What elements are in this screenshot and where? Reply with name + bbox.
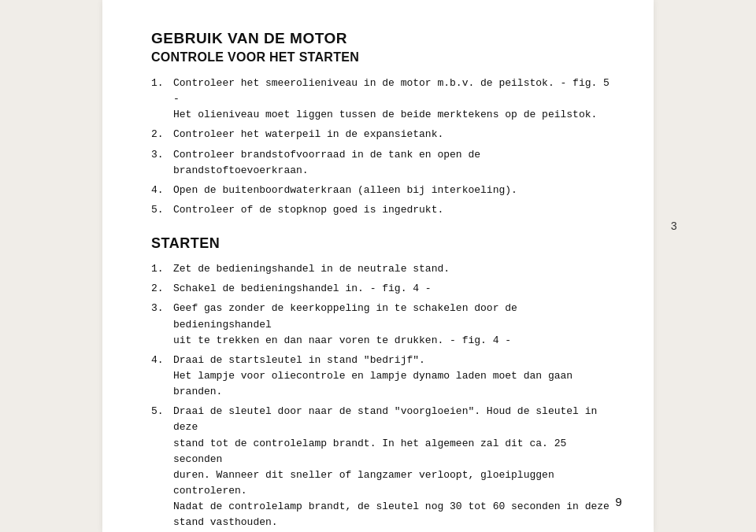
item-line: Het lampje voor oliecontrole en lampje d…: [173, 368, 613, 400]
item-line: Draai de startsleutel in stand "bedrijf"…: [173, 353, 613, 368]
side-number: 3: [671, 220, 677, 233]
item-text: Controleer het smeerolieniveau in de mot…: [173, 76, 613, 123]
starten-item: 1.Zet de bedieningshandel in de neutrale…: [151, 261, 613, 277]
item-line: stand tot de controlelamp brandt. In het…: [173, 436, 613, 467]
starten-title: STARTEN: [151, 235, 613, 252]
item-text: Draai de sleutel door naar de stand "voo…: [173, 404, 613, 532]
main-title: GEBRUIK VAN DE MOTOR: [151, 30, 613, 47]
item-line: Draai de sleutel door naar de stand "voo…: [173, 404, 613, 435]
item-line: uit te trekken en dan naar voren te druk…: [173, 333, 613, 349]
item-line: Nadat de controlelamp brandt, de sleutel…: [173, 499, 613, 515]
item-line: Geef gas zonder de keerkoppeling in te s…: [173, 301, 613, 332]
item-text: Controleer het waterpeil in de expansiet…: [173, 127, 613, 142]
page-number: 9: [615, 497, 622, 510]
sub-title: CONTROLE VOOR HET STARTEN: [151, 50, 613, 65]
item-number: 4.: [151, 183, 173, 198]
controle-item: 1.Controleer het smeerolieniveau in de m…: [151, 76, 613, 123]
item-line: Zet de bedieningshandel in de neutrale s…: [173, 261, 613, 277]
item-text: Draai de startsleutel in stand "bedrijf"…: [173, 353, 613, 400]
item-number: 4.: [151, 353, 173, 368]
starten-item: 3.Geef gas zonder de keerkoppeling in te…: [151, 301, 613, 348]
starten-section: 1.Zet de bedieningshandel in de neutrale…: [151, 261, 613, 532]
starten-item: 2.Schakel de bedieningshandel in. - fig.…: [151, 281, 613, 297]
item-line: stand vasthouden.: [173, 515, 613, 530]
item-text: Controleer of de stopknop goed is ingedr…: [173, 202, 613, 218]
controle-item: 4.Open de buitenboordwaterkraan (alleen …: [151, 183, 613, 198]
item-number: 1.: [151, 76, 173, 91]
item-number: 3.: [151, 301, 173, 316]
item-number: 1.: [151, 261, 173, 277]
controle-section: 1.Controleer het smeerolieniveau in de m…: [151, 76, 613, 218]
controle-item: 3.Controleer brandstofvoorraad in de tan…: [151, 147, 613, 179]
item-number: 2.: [151, 281, 173, 297]
item-number: 5.: [151, 404, 173, 419]
item-number: 3.: [151, 147, 173, 163]
page-container: GEBRUIK VAN DE MOTOR CONTROLE VOOR HET S…: [102, 0, 654, 532]
item-number: 2.: [151, 127, 173, 142]
controle-item: 5.Controleer of de stopknop goed is inge…: [151, 202, 613, 218]
item-line: Schakel de bedieningshandel in. - fig. 4…: [173, 281, 613, 297]
item-number: 5.: [151, 202, 173, 218]
item-text: Geef gas zonder de keerkoppeling in te s…: [173, 301, 613, 348]
item-line: duren. Wanneer dit sneller of langzamer …: [173, 467, 613, 499]
starten-item: 5.Draai de sleutel door naar de stand "v…: [151, 404, 613, 532]
item-text: Zet de bedieningshandel in de neutrale s…: [173, 261, 613, 277]
item-text: Schakel de bedieningshandel in. - fig. 4…: [173, 281, 613, 297]
item-text: Open de buitenboordwaterkraan (alleen bi…: [173, 183, 613, 198]
item-text: Controleer brandstofvoorraad in de tank …: [173, 147, 613, 179]
starten-item: 4.Draai de startsleutel in stand "bedrij…: [151, 353, 613, 400]
controle-item: 2.Controleer het waterpeil in de expansi…: [151, 127, 613, 142]
